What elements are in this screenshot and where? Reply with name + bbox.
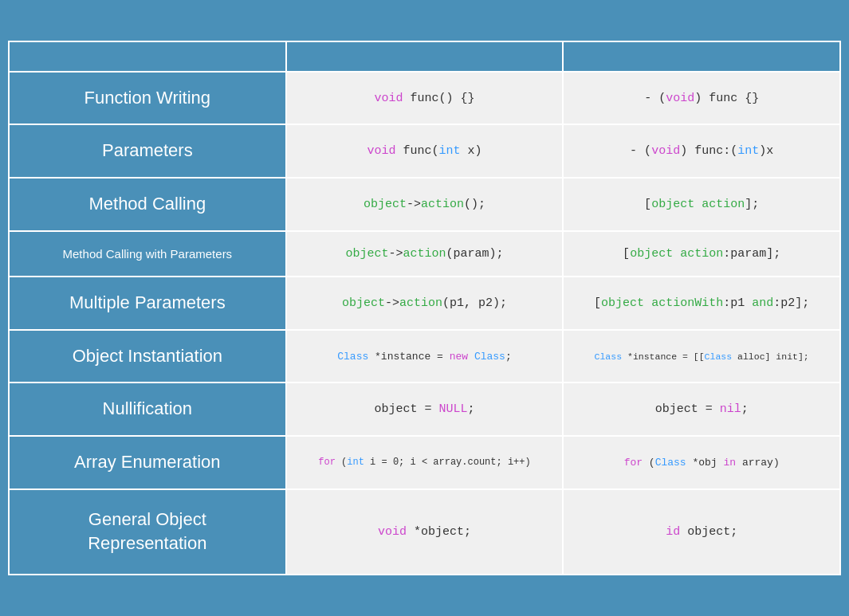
code-objc-array-enumeration: for (Class *obj in array) [563, 436, 840, 489]
code-cpp-function-writing: void func() {} [286, 72, 564, 125]
row-method-calling: Method Calling object->action(); [object… [9, 178, 840, 231]
code-objc-nullification: object = nil; [563, 383, 840, 436]
row-parameters: Parameters void func(int x) - (void) fun… [9, 124, 840, 178]
header-cpp [286, 41, 564, 72]
diff-array-enumeration: Array Enumeration [9, 436, 286, 489]
code-cpp-array-enumeration: for (int i = 0; i < array.count; i++) [286, 436, 564, 489]
row-function-writing: Function Writing void func() {} - (void)… [9, 72, 840, 125]
code-cpp-object-instantiation: Class *instance = new Class; [286, 330, 564, 383]
diff-parameters: Parameters [9, 124, 286, 178]
code-objc-general-object: id object; [563, 489, 840, 575]
header-difference [9, 41, 286, 72]
diff-method-calling-params: Method Calling with Parameters [9, 231, 286, 277]
code-cpp-parameters: void func(int x) [286, 124, 564, 178]
code-objc-method-calling: [object action]; [563, 178, 840, 231]
diff-multiple-params: Multiple Parameters [9, 277, 286, 330]
code-cpp-nullification: object = NULL; [286, 383, 564, 436]
code-cpp-general-object: void *object; [286, 489, 564, 575]
code-objc-multiple-params: [object actionWith:p1 and:p2]; [563, 277, 840, 330]
code-cpp-multiple-params: object->action(p1, p2); [286, 277, 564, 330]
row-method-calling-params: Method Calling with Parameters object->a… [9, 231, 840, 277]
row-object-instantiation: Object Instantiation Class *instance = n… [9, 330, 840, 383]
comparison-table: Function Writing void func() {} - (void)… [8, 41, 841, 575]
code-cpp-method-calling: object->action(); [286, 178, 564, 231]
header-objc [563, 41, 840, 72]
diff-function-writing: Function Writing [9, 72, 286, 125]
code-objc-parameters: - (void) func:(int)x [563, 124, 840, 178]
diff-object-instantiation: Object Instantiation [9, 330, 286, 383]
code-objc-method-calling-params: [object action:param]; [563, 231, 840, 277]
code-objc-function-writing: - (void) func {} [563, 72, 840, 125]
diff-nullification: Nullification [9, 383, 286, 436]
diff-general-object: General ObjectRepresentation [9, 489, 286, 575]
row-array-enumeration: Array Enumeration for (int i = 0; i < ar… [9, 436, 840, 489]
code-cpp-method-calling-params: object->action(param); [286, 231, 564, 277]
row-multiple-params: Multiple Parameters object->action(p1, p… [9, 277, 840, 330]
row-nullification: Nullification object = NULL; object = ni… [9, 383, 840, 436]
row-general-object: General ObjectRepresentation void *objec… [9, 489, 840, 575]
diff-method-calling: Method Calling [9, 178, 286, 231]
code-objc-object-instantiation: Class *instance = [[Class alloc] init]; [563, 330, 840, 383]
